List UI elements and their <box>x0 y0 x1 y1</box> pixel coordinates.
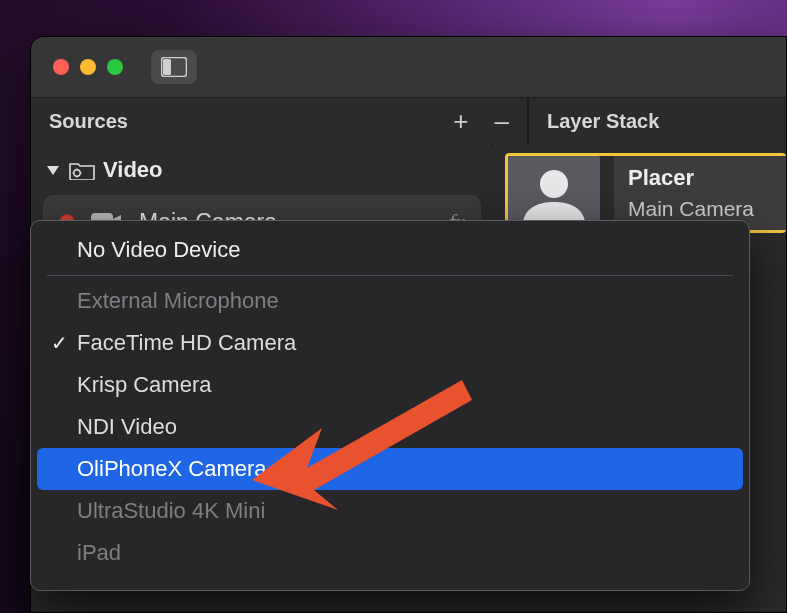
remove-source-button[interactable]: – <box>495 106 509 137</box>
menu-item-ipad[interactable]: iPad <box>37 532 743 574</box>
sources-group-video[interactable]: Video <box>41 151 481 193</box>
menu-separator <box>47 275 733 276</box>
add-source-button[interactable]: + <box>453 106 468 137</box>
disclosure-triangle-icon <box>47 166 59 175</box>
folder-gear-icon <box>69 160 95 180</box>
window-titlebar <box>31 37 786 98</box>
sources-panel-header: Sources + – <box>31 98 527 144</box>
video-device-menu: No Video Device External Microphone Face… <box>30 220 750 591</box>
svg-point-2 <box>74 170 80 176</box>
layer-stack-panel-header: Layer Stack <box>527 98 786 144</box>
minimize-window-button[interactable] <box>80 59 96 75</box>
sources-group-label: Video <box>103 157 163 183</box>
window-traffic-lights <box>53 59 123 75</box>
menu-item-no-video-device[interactable]: No Video Device <box>37 229 743 271</box>
layer-title: Placer <box>628 165 786 191</box>
close-window-button[interactable] <box>53 59 69 75</box>
menu-item-krisp-camera[interactable]: Krisp Camera <box>37 364 743 406</box>
sources-title: Sources <box>49 110 128 133</box>
layer-text-block: Placer Main Camera <box>614 156 786 230</box>
toggle-sidebar-button[interactable] <box>151 50 197 84</box>
svg-point-8 <box>540 170 568 198</box>
svg-rect-1 <box>163 59 171 75</box>
menu-item-external-microphone[interactable]: External Microphone <box>37 280 743 322</box>
menu-item-ultrastudio-4k-mini[interactable]: UltraStudio 4K Mini <box>37 490 743 532</box>
layer-subtitle: Main Camera <box>628 197 786 221</box>
menu-item-oliphonex-camera[interactable]: OliPhoneX Camera <box>37 448 743 490</box>
zoom-window-button[interactable] <box>107 59 123 75</box>
menu-item-facetime-hd-camera[interactable]: FaceTime HD Camera <box>37 322 743 364</box>
menu-item-ndi-video[interactable]: NDI Video <box>37 406 743 448</box>
layer-thumbnail <box>508 156 600 230</box>
panels-header-row: Sources + – Layer Stack <box>31 98 786 145</box>
layer-stack-title: Layer Stack <box>547 110 659 133</box>
